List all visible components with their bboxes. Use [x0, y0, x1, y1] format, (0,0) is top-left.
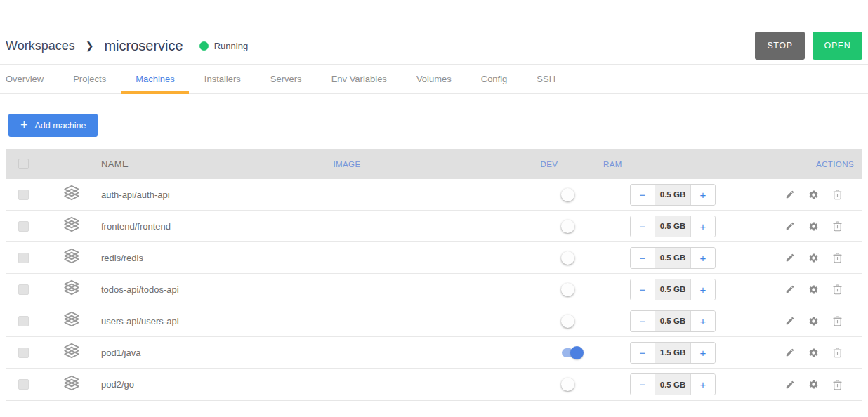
dev-toggle[interactable] — [562, 222, 574, 231]
ram-decrease-button[interactable]: − — [631, 216, 655, 237]
tab-installers[interactable]: Installers — [204, 65, 241, 93]
table-row[interactable]: redis/redis − 0.5 GB + — [6, 242, 862, 274]
delete-trash-icon[interactable] — [832, 315, 843, 326]
dev-toggle[interactable] — [562, 253, 574, 263]
table-row[interactable]: todos-api/todos-api − 0.5 GB + — [6, 274, 862, 305]
row-checkbox[interactable] — [18, 348, 29, 358]
settings-gear-icon[interactable] — [808, 253, 819, 263]
row-checkbox[interactable] — [18, 221, 29, 232]
settings-gear-icon[interactable] — [808, 348, 819, 358]
toggle-knob — [561, 315, 574, 328]
add-machine-label: Add machine — [35, 121, 86, 131]
row-dev-cell — [525, 222, 574, 231]
delete-trash-icon[interactable] — [832, 220, 843, 232]
machine-name: pod2/go — [101, 379, 277, 390]
ram-decrease-button[interactable]: − — [631, 185, 655, 205]
stop-button[interactable]: STOP — [755, 32, 805, 60]
row-checkbox[interactable] — [18, 379, 29, 390]
ram-decrease-button[interactable]: − — [631, 374, 655, 395]
add-machine-button[interactable]: + Add machine — [8, 114, 98, 137]
ram-value: 0.5 GB — [655, 279, 691, 300]
column-header-name: NAME — [101, 159, 277, 169]
tab-machines[interactable]: Machines — [136, 65, 175, 93]
machines-table-header: NAME IMAGE DEV RAM ACTIONS — [6, 149, 862, 179]
row-ram-cell: − 0.5 GB + — [574, 216, 714, 237]
ram-increase-button[interactable]: + — [691, 374, 715, 395]
edit-pencil-icon[interactable] — [785, 284, 795, 294]
ram-decrease-button[interactable]: − — [631, 343, 655, 363]
row-actions-cell — [714, 189, 862, 200]
table-row[interactable]: pod2/go − 0.5 GB + — [6, 369, 862, 400]
delete-trash-icon[interactable] — [832, 252, 843, 263]
table-row[interactable]: frontend/frontend − 0.5 GB + — [6, 211, 862, 242]
row-dev-cell — [525, 285, 574, 294]
breadcrumb-workspaces-link[interactable]: Workspaces — [6, 39, 75, 53]
row-icon-cell — [41, 279, 101, 300]
settings-gear-icon[interactable] — [808, 316, 819, 326]
ram-increase-button[interactable]: + — [691, 279, 715, 300]
row-checkbox[interactable] — [18, 253, 29, 263]
dev-toggle[interactable] — [562, 348, 574, 357]
settings-gear-icon[interactable] — [808, 284, 819, 295]
workspace-name: microservice — [104, 38, 183, 54]
machine-stack-icon — [63, 184, 81, 205]
edit-pencil-icon[interactable] — [785, 316, 795, 326]
dev-toggle[interactable] — [562, 190, 574, 199]
tab-ssh[interactable]: SSH — [537, 65, 555, 93]
table-row[interactable]: pod1/java − 1.5 GB + — [6, 337, 862, 369]
ram-decrease-button[interactable]: − — [631, 279, 655, 300]
settings-gear-icon[interactable] — [808, 190, 819, 200]
table-row[interactable]: auth-api/auth-api − 0.5 GB + — [6, 179, 862, 211]
toggle-knob — [561, 251, 574, 265]
tab-volumes[interactable]: Volumes — [416, 65, 452, 93]
row-icon-cell — [41, 342, 101, 363]
row-actions-cell — [714, 284, 862, 295]
edit-pencil-icon[interactable] — [785, 221, 795, 231]
settings-gear-icon[interactable] — [808, 379, 819, 390]
settings-gear-icon[interactable] — [808, 221, 819, 232]
row-checkbox[interactable] — [18, 316, 29, 326]
row-actions-cell — [714, 315, 862, 326]
machine-name: redis/redis — [101, 253, 277, 263]
tab-env-variables[interactable]: Env Variables — [331, 65, 387, 93]
tab-overview[interactable]: Overview — [6, 65, 44, 93]
tab-projects[interactable]: Projects — [73, 65, 106, 93]
row-icon-cell — [41, 310, 101, 331]
ram-increase-button[interactable]: + — [691, 185, 715, 205]
delete-trash-icon[interactable] — [832, 284, 843, 295]
edit-pencil-icon[interactable] — [785, 348, 795, 357]
ram-decrease-button[interactable]: − — [631, 311, 655, 331]
workspace-header: Workspaces ❯ microservice Running STOP O… — [6, 32, 862, 60]
delete-trash-icon[interactable] — [832, 189, 843, 200]
row-checkbox[interactable] — [18, 190, 29, 200]
edit-pencil-icon[interactable] — [785, 253, 795, 263]
dev-toggle[interactable] — [562, 285, 574, 294]
ram-increase-button[interactable]: + — [691, 216, 715, 237]
ram-decrease-button[interactable]: − — [631, 248, 655, 268]
delete-trash-icon[interactable] — [832, 379, 843, 390]
edit-pencil-icon[interactable] — [785, 380, 795, 390]
machine-stack-icon — [63, 279, 81, 300]
ram-stepper: − 0.5 GB + — [630, 247, 716, 269]
ram-increase-button[interactable]: + — [691, 343, 715, 363]
ram-increase-button[interactable]: + — [691, 248, 715, 268]
table-row[interactable]: users-api/users-api − 0.5 GB + — [6, 305, 862, 337]
toggle-knob — [561, 188, 574, 201]
select-all-checkbox[interactable] — [18, 159, 29, 169]
row-ram-cell: − 0.5 GB + — [574, 310, 714, 332]
header-check-cell — [6, 159, 41, 169]
ram-stepper: − 0.5 GB + — [630, 310, 716, 332]
ram-increase-button[interactable]: + — [691, 311, 715, 331]
tab-config[interactable]: Config — [481, 65, 508, 93]
row-ram-cell: − 0.5 GB + — [574, 373, 714, 395]
row-checkbox[interactable] — [18, 284, 29, 295]
tab-servers[interactable]: Servers — [270, 65, 302, 93]
dev-toggle[interactable] — [562, 317, 574, 326]
delete-trash-icon[interactable] — [832, 347, 843, 358]
row-dev-cell — [525, 380, 574, 389]
edit-pencil-icon[interactable] — [785, 190, 795, 199]
dev-toggle[interactable] — [562, 380, 574, 389]
open-button[interactable]: OPEN — [813, 32, 862, 60]
row-dev-cell — [525, 348, 574, 357]
toggle-knob — [561, 220, 574, 233]
